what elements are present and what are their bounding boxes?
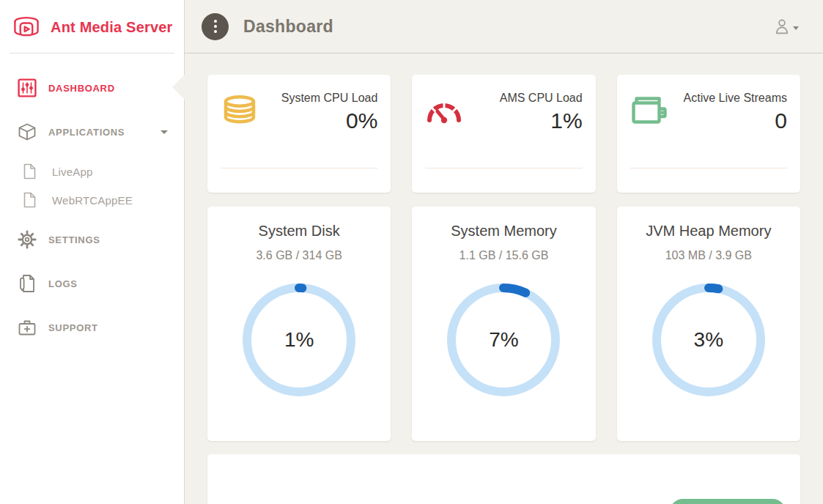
database-icon [221, 90, 263, 177]
gear-icon [18, 230, 37, 249]
sidebar: Ant Media Server DASHBOARD [0, 0, 185, 504]
sidebar-item-label: WebRTCAppEE [52, 194, 133, 207]
stat-card-system-cpu: System CPU Load 0% [207, 75, 391, 193]
applications-section: Applications New Application [207, 454, 800, 504]
stat-title: Active Live Streams [673, 90, 787, 106]
sidebar-item-label: LOGS [48, 278, 78, 289]
stat-card-ams-cpu: AMS CPU Load 1% [412, 75, 595, 193]
stat-title: AMS CPU Load [468, 90, 582, 106]
support-icon [18, 319, 37, 336]
gauge-title: System Disk [207, 223, 391, 240]
sidebar-item-label: DASHBOARD [48, 83, 115, 94]
sidebar-item-label: SETTINGS [48, 234, 100, 245]
gauge-card-system-memory: System Memory 1.1 GB / 15.6 GB 7% [412, 207, 595, 441]
gauge-card-system-disk: System Disk 3.6 GB / 314 GB 1% [207, 207, 391, 441]
donut-gauge: 7% [443, 280, 564, 400]
card-divider [221, 168, 377, 168]
main-content: System CPU Load 0% [185, 54, 823, 504]
stat-card-active-streams: Active Live Streams 0 [617, 75, 800, 193]
logs-icon [18, 274, 37, 293]
donut-gauge: 3% [649, 280, 769, 400]
card-divider [630, 168, 787, 168]
gauge-subtitle: 3.6 GB / 314 GB [207, 249, 391, 262]
gauge-card-jvm-heap: JVM Heap Memory 103 MB / 3.9 GB 3% [617, 207, 800, 441]
sidebar-divider [10, 53, 174, 53]
gauge-subtitle: 103 MB / 3.9 GB [617, 249, 800, 262]
stat-value: 0% [263, 108, 377, 133]
sidebar-item-label: APPLICATIONS [48, 127, 125, 138]
card-divider [425, 168, 582, 168]
menu-kebab-button[interactable] [202, 13, 229, 40]
gauge-title: JVM Heap Memory [617, 223, 800, 240]
ant-media-logo-icon [10, 12, 43, 42]
top-header: Dashboard [185, 0, 823, 53]
sidebar-item-logs[interactable]: LOGS [0, 269, 184, 298]
sidebar-nav: DASHBOARD APPLICATIONS [0, 73, 184, 342]
dashboard-icon [18, 78, 37, 97]
file-icon [20, 163, 39, 179]
wallet-icon [630, 90, 673, 177]
sidebar-item-label: SUPPORT [48, 322, 98, 333]
sidebar-item-webrtcappee[interactable]: WebRTCAppEE [0, 187, 184, 213]
stat-title: System CPU Load [263, 90, 377, 106]
sidebar-item-applications[interactable]: APPLICATIONS [0, 117, 184, 147]
file-icon [20, 192, 39, 208]
chevron-down-icon[interactable] [160, 130, 168, 134]
speedometer-icon [425, 90, 468, 177]
new-application-button[interactable]: New Application [670, 499, 786, 504]
sidebar-item-support[interactable]: SUPPORT [0, 313, 184, 342]
chevron-down-icon [793, 26, 799, 30]
donut-gauge: 1% [239, 280, 359, 400]
sidebar-item-label: LiveApp [52, 166, 93, 178]
applications-icon [18, 122, 37, 141]
brand-name: Ant Media Server [51, 19, 173, 36]
page-title: Dashboard [243, 17, 333, 37]
user-menu-button[interactable] [773, 18, 799, 35]
stat-value: 1% [468, 108, 582, 133]
gauge-subtitle: 1.1 GB / 15.6 GB [412, 249, 595, 262]
gauge-percent: 1% [239, 280, 359, 400]
sidebar-item-liveapp[interactable]: LiveApp [0, 158, 184, 185]
stat-value: 0 [673, 108, 787, 133]
sidebar-item-settings[interactable]: SETTINGS [0, 225, 184, 254]
gauge-percent: 3% [649, 280, 769, 400]
gauge-title: System Memory [412, 223, 595, 240]
brand[interactable]: Ant Media Server [0, 0, 184, 53]
gauge-percent: 7% [443, 280, 564, 400]
sidebar-item-dashboard[interactable]: DASHBOARD [0, 73, 184, 103]
user-icon [773, 18, 791, 35]
